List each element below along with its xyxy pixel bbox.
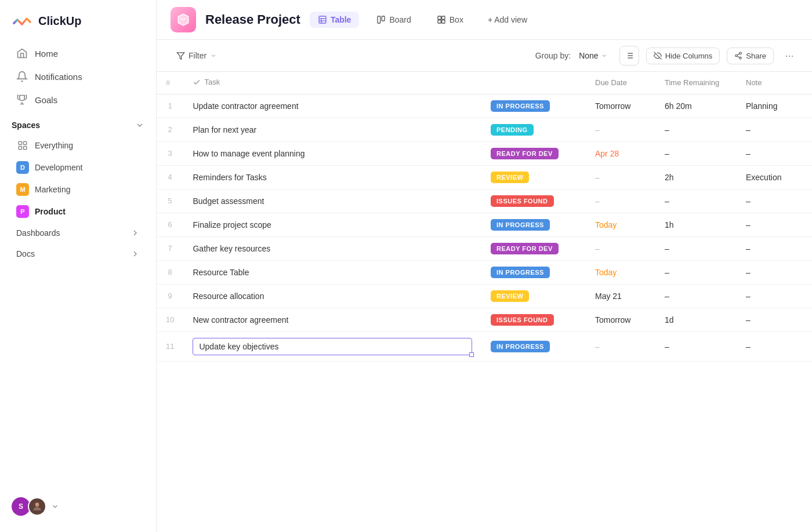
sidebar-item-development[interactable]: D Development	[5, 156, 151, 178]
row-task-6[interactable]: Finalize project scope	[183, 213, 481, 236]
sidebar-item-docs[interactable]: Docs	[5, 243, 151, 264]
row-status-3[interactable]: READY FOR DEV	[481, 141, 586, 165]
group-by-section: Group by: None	[535, 49, 612, 63]
row-task-1[interactable]: Update contractor agreement	[183, 94, 481, 118]
share-label: Share	[746, 52, 766, 60]
sidebar-item-everything[interactable]: Everything	[5, 134, 151, 156]
table-row[interactable]: 7 Gather key resources READY FOR DEV – –…	[157, 236, 812, 260]
spaces-section-header: Spaces	[0, 111, 156, 134]
svg-rect-12	[441, 16, 444, 19]
tab-table-label: Table	[331, 15, 351, 24]
toolbar: Filter Group by: None	[157, 40, 812, 72]
hide-columns-button[interactable]: Hide Columns	[646, 48, 720, 64]
row-status-9[interactable]: REVIEW	[481, 284, 586, 308]
col-header-task[interactable]: Task	[183, 72, 481, 94]
tab-board[interactable]: Board	[368, 12, 419, 28]
row-status-1[interactable]: IN PROGRESS	[481, 94, 586, 118]
row-task-9[interactable]: Resource allocation	[183, 284, 481, 308]
trophy-icon	[16, 94, 28, 105]
filter-icon	[176, 52, 185, 60]
clickup-logo-icon	[12, 10, 32, 31]
row-task-8[interactable]: Resource Table	[183, 260, 481, 284]
svg-rect-5	[319, 16, 326, 23]
row-time-9: –	[655, 284, 737, 308]
row-task-10[interactable]: New contractor agreement	[183, 308, 481, 331]
tasks-table: # Task Due Date	[157, 72, 812, 362]
table-row[interactable]: 2 Plan for next year PENDING – – –	[157, 118, 812, 141]
status-badge: ISSUES FOUND	[491, 314, 554, 326]
table-row[interactable]: 4 Reminders for Tasks REVIEW – 2h Execut…	[157, 165, 812, 189]
sidebar-item-home[interactable]: Home	[5, 42, 151, 65]
sidebar-item-dashboards[interactable]: Dashboards	[5, 223, 151, 243]
row-status-6[interactable]: IN PROGRESS	[481, 213, 586, 236]
row-num-6: 6	[157, 213, 183, 236]
app-name: ClickUp	[38, 14, 81, 28]
row-task-4[interactable]: Reminders for Tasks	[183, 165, 481, 189]
row-task-7[interactable]: Gather key resources	[183, 236, 481, 260]
row-status-7[interactable]: READY FOR DEV	[481, 236, 586, 260]
resize-handle[interactable]	[469, 352, 474, 357]
sidebar-item-goals[interactable]: Goals	[5, 88, 151, 111]
row-task-2[interactable]: Plan for next year	[183, 118, 481, 141]
table-row[interactable]: 9 Resource allocation REVIEW May 21 – –	[157, 284, 812, 308]
status-badge: READY FOR DEV	[491, 148, 559, 159]
group-by-chevron-icon	[601, 52, 608, 59]
share-button[interactable]: Share	[727, 48, 774, 64]
table-row[interactable]: 8 Resource Table IN PROGRESS Today – –	[157, 260, 812, 284]
sidebar-item-marketing[interactable]: M Marketing	[5, 178, 151, 201]
row-status-2[interactable]: PENDING	[481, 118, 586, 141]
row-num-1: 1	[157, 94, 183, 118]
table-row[interactable]: 5 Budget assessment ISSUES FOUND – – –	[157, 189, 812, 213]
row-due-11: –	[586, 331, 655, 361]
row-time-1: 6h 20m	[655, 94, 737, 118]
row-num-3: 3	[157, 141, 183, 165]
table-row[interactable]: 1 Update contractor agreement IN PROGRES…	[157, 94, 812, 118]
sidebar-item-notifications[interactable]: Notifications	[5, 65, 151, 88]
sidebar: ClickUp Home Notifications Goals Spaces	[0, 0, 157, 532]
row-num-2: 2	[157, 118, 183, 141]
box-icon	[437, 15, 446, 24]
status-badge: PENDING	[491, 124, 534, 136]
svg-rect-9	[378, 16, 380, 23]
row-due-5: –	[586, 189, 655, 213]
table-row[interactable]: 11 Update key objectives IN PROGRESS – –…	[157, 331, 812, 361]
user-dropdown-icon[interactable]	[51, 502, 59, 511]
row-note-2: –	[737, 118, 812, 141]
row-num-11: 11	[157, 331, 183, 361]
row-status-8[interactable]: IN PROGRESS	[481, 260, 586, 284]
row-task-5[interactable]: Budget assessment	[183, 189, 481, 213]
row-task-11[interactable]: Update key objectives	[183, 331, 481, 361]
sort-button[interactable]	[619, 46, 639, 65]
group-by-dropdown[interactable]: None	[574, 49, 612, 63]
row-num-9: 9	[157, 284, 183, 308]
status-badge: IN PROGRESS	[491, 219, 550, 231]
bell-icon	[16, 71, 28, 82]
row-task-3[interactable]: How to manage event planning	[183, 141, 481, 165]
row-status-4[interactable]: REVIEW	[481, 165, 586, 189]
row-status-5[interactable]: ISSUES FOUND	[481, 189, 586, 213]
row-status-10[interactable]: ISSUES FOUND	[481, 308, 586, 331]
spaces-chevron-icon[interactable]	[135, 121, 144, 130]
add-view-button[interactable]: + Add view	[481, 12, 534, 28]
row-note-9: –	[737, 284, 812, 308]
home-label: Home	[35, 49, 58, 59]
table-row[interactable]: 6 Finalize project scope IN PROGRESS Tod…	[157, 213, 812, 236]
tab-box[interactable]: Box	[429, 12, 472, 28]
row-note-11: –	[737, 331, 812, 361]
tab-table[interactable]: Table	[310, 12, 360, 28]
row-due-7: –	[586, 236, 655, 260]
col-header-num: #	[157, 72, 183, 94]
logo-area: ClickUp	[0, 0, 156, 42]
col-header-note: Note	[737, 72, 812, 94]
sidebar-item-product[interactable]: P Product	[5, 201, 151, 223]
table-area: # Task Due Date	[157, 72, 812, 532]
filter-label: Filter	[188, 51, 206, 60]
table-row[interactable]: 3 How to manage event planning READY FOR…	[157, 141, 812, 165]
filter-button[interactable]: Filter	[171, 48, 223, 63]
development-avatar: D	[16, 161, 29, 174]
table-row[interactable]: 10 New contractor agreement ISSUES FOUND…	[157, 308, 812, 331]
row-status-11[interactable]: IN PROGRESS	[481, 331, 586, 361]
row-time-6: 1h	[655, 213, 737, 236]
more-options-button[interactable]: ···	[781, 47, 798, 64]
marketing-label: Marketing	[35, 185, 70, 194]
